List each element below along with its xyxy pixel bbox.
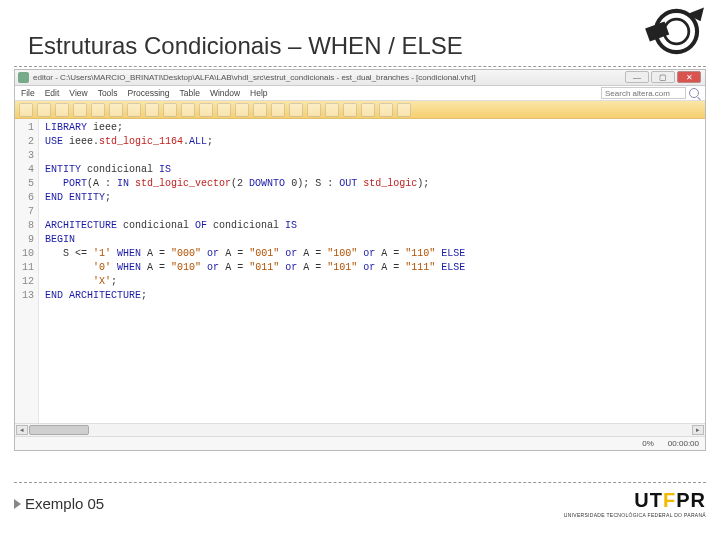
toolbar-button-18[interactable] bbox=[343, 103, 357, 117]
toolbar-button-4[interactable] bbox=[91, 103, 105, 117]
line-number: 7 bbox=[15, 205, 34, 219]
footer-text: Exemplo 05 bbox=[25, 495, 104, 512]
toolbar-button-9[interactable] bbox=[181, 103, 195, 117]
code-line[interactable] bbox=[45, 149, 705, 163]
toolbar-button-0[interactable] bbox=[19, 103, 33, 117]
toolbar-button-2[interactable] bbox=[55, 103, 69, 117]
triangle-bullet-icon bbox=[14, 499, 21, 509]
code-line[interactable]: USE ieee.std_logic_1164.ALL; bbox=[45, 135, 705, 149]
divider-bottom bbox=[14, 482, 706, 483]
logo-part-f: F bbox=[663, 489, 676, 511]
footer-label: Exemplo 05 bbox=[14, 495, 104, 512]
maximize-button[interactable]: ▢ bbox=[651, 71, 675, 83]
menu-item-edit[interactable]: Edit bbox=[45, 88, 60, 98]
window-titlebar[interactable]: editor - C:\Users\MARCIO_BRINATI\Desktop… bbox=[15, 70, 705, 86]
menu-item-help[interactable]: Help bbox=[250, 88, 267, 98]
toolbar-button-21[interactable] bbox=[397, 103, 411, 117]
minimize-button[interactable]: — bbox=[625, 71, 649, 83]
horizontal-scrollbar[interactable]: ◂ ▸ bbox=[15, 423, 705, 436]
editor-window: editor - C:\Users\MARCIO_BRINATI\Desktop… bbox=[14, 69, 706, 451]
window-title-text: editor - C:\Users\MARCIO_BRINATI\Desktop… bbox=[33, 73, 476, 82]
slide-footer: Exemplo 05 UTFPR UNIVERSIDADE TECNOLÓGIC… bbox=[14, 482, 706, 518]
menubar: FileEditViewToolsProcessingTableWindowHe… bbox=[15, 86, 705, 101]
toolbar bbox=[15, 101, 705, 119]
slide-title: Estruturas Condicionais – WHEN / ELSE bbox=[0, 0, 720, 66]
line-number: 5 bbox=[15, 177, 34, 191]
toolbar-button-7[interactable] bbox=[145, 103, 159, 117]
line-number: 1 bbox=[15, 121, 34, 135]
toolbar-button-12[interactable] bbox=[235, 103, 249, 117]
statusbar: 0% 00:00:00 bbox=[15, 436, 705, 450]
line-number: 9 bbox=[15, 233, 34, 247]
menu-item-processing[interactable]: Processing bbox=[127, 88, 169, 98]
search-wrap bbox=[601, 87, 699, 99]
line-number: 13 bbox=[15, 289, 34, 303]
utfpr-logo: UTFPR UNIVERSIDADE TECNOLÓGICA FEDERAL D… bbox=[564, 489, 706, 518]
code-content[interactable]: LIBRARY ieee;USE ieee.std_logic_1164.ALL… bbox=[39, 119, 705, 423]
toolbar-button-14[interactable] bbox=[271, 103, 285, 117]
code-line[interactable]: END ENTITY; bbox=[45, 191, 705, 205]
line-number: 11 bbox=[15, 261, 34, 275]
code-line[interactable]: S <= '1' WHEN A = "000" or A = "001" or … bbox=[45, 247, 705, 261]
toolbar-button-1[interactable] bbox=[37, 103, 51, 117]
line-number: 2 bbox=[15, 135, 34, 149]
toolbar-button-8[interactable] bbox=[163, 103, 177, 117]
logo-part-pr: PR bbox=[676, 489, 706, 511]
search-icon[interactable] bbox=[689, 88, 699, 98]
menu-item-file[interactable]: File bbox=[21, 88, 35, 98]
app-icon bbox=[18, 72, 29, 83]
code-line[interactable]: ARCHITECTURE condicional OF condicional … bbox=[45, 219, 705, 233]
toolbar-button-13[interactable] bbox=[253, 103, 267, 117]
line-number: 3 bbox=[15, 149, 34, 163]
scroll-thumb[interactable] bbox=[29, 425, 89, 435]
close-button[interactable]: ✕ bbox=[677, 71, 701, 83]
code-line[interactable]: '0' WHEN A = "010" or A = "011" or A = "… bbox=[45, 261, 705, 275]
toolbar-button-11[interactable] bbox=[217, 103, 231, 117]
menu-item-tools[interactable]: Tools bbox=[98, 88, 118, 98]
scroll-left-arrow[interactable]: ◂ bbox=[16, 425, 28, 435]
logo-subtitle: UNIVERSIDADE TECNOLÓGICA FEDERAL DO PARA… bbox=[564, 512, 706, 518]
line-number: 10 bbox=[15, 247, 34, 261]
line-number: 4 bbox=[15, 163, 34, 177]
code-line[interactable]: 'X'; bbox=[45, 275, 705, 289]
menu-item-window[interactable]: Window bbox=[210, 88, 240, 98]
code-line[interactable]: BEGIN bbox=[45, 233, 705, 247]
code-line[interactable] bbox=[45, 205, 705, 219]
line-number: 6 bbox=[15, 191, 34, 205]
menu-item-view[interactable]: View bbox=[69, 88, 87, 98]
line-number: 8 bbox=[15, 219, 34, 233]
toolbar-button-3[interactable] bbox=[73, 103, 87, 117]
line-number: 12 bbox=[15, 275, 34, 289]
toolbar-button-5[interactable] bbox=[109, 103, 123, 117]
line-number-gutter: 12345678910111213 bbox=[15, 119, 39, 423]
status-percent: 0% bbox=[642, 439, 654, 448]
menu-item-table[interactable]: Table bbox=[180, 88, 200, 98]
toolbar-button-16[interactable] bbox=[307, 103, 321, 117]
code-line[interactable]: LIBRARY ieee; bbox=[45, 121, 705, 135]
toolbar-button-15[interactable] bbox=[289, 103, 303, 117]
toolbar-button-19[interactable] bbox=[361, 103, 375, 117]
divider-top bbox=[14, 66, 706, 67]
search-input[interactable] bbox=[601, 87, 686, 99]
code-line[interactable]: END ARCHITECTURE; bbox=[45, 289, 705, 303]
scroll-right-arrow[interactable]: ▸ bbox=[692, 425, 704, 435]
toolbar-button-6[interactable] bbox=[127, 103, 141, 117]
status-time: 00:00:00 bbox=[668, 439, 699, 448]
toolbar-button-20[interactable] bbox=[379, 103, 393, 117]
toolbar-button-10[interactable] bbox=[199, 103, 213, 117]
logo-part-ut: UT bbox=[634, 489, 663, 511]
toolbar-button-17[interactable] bbox=[325, 103, 339, 117]
code-line[interactable]: PORT(A : IN std_logic_vector(2 DOWNTO 0)… bbox=[45, 177, 705, 191]
code-area[interactable]: 12345678910111213 LIBRARY ieee;USE ieee.… bbox=[15, 119, 705, 423]
institution-emblem bbox=[638, 4, 708, 59]
code-line[interactable]: ENTITY condicional IS bbox=[45, 163, 705, 177]
